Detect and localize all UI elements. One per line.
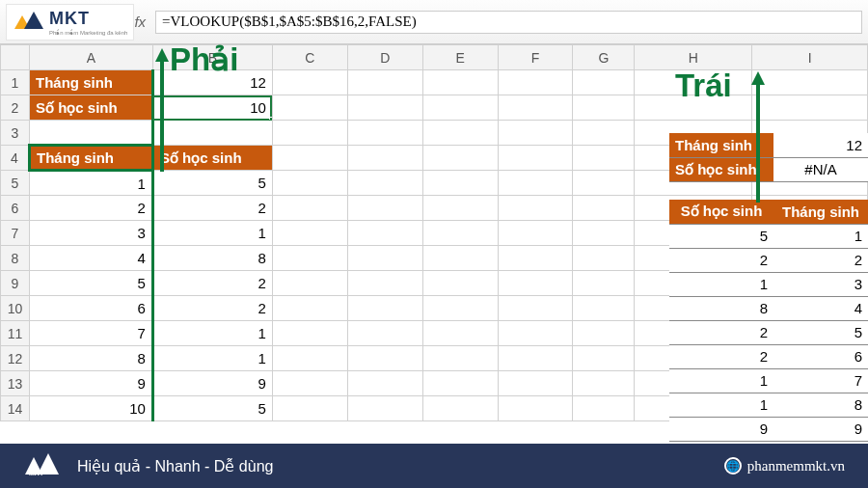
row-header[interactable]: 8 [1, 246, 30, 271]
cell[interactable] [573, 196, 635, 221]
cell[interactable] [573, 70, 635, 95]
cell[interactable] [422, 146, 498, 171]
cell[interactable] [498, 246, 573, 271]
cell[interactable]: 2 [669, 248, 773, 272]
cell[interactable]: 9 [669, 417, 773, 441]
cell[interactable]: 6 [773, 344, 868, 368]
cell[interactable]: 9 [152, 371, 272, 396]
col-header[interactable]: B [152, 45, 272, 70]
row-header[interactable]: 4 [1, 146, 30, 171]
cell[interactable] [422, 321, 498, 346]
cell[interactable]: 8 [773, 393, 868, 417]
cell[interactable] [347, 95, 422, 121]
cell[interactable]: 1 [152, 321, 272, 346]
cell[interactable] [498, 196, 573, 221]
cell[interactable] [498, 271, 573, 296]
row-header[interactable]: 14 [1, 396, 30, 421]
cell[interactable] [422, 121, 498, 146]
cell[interactable]: 8 [29, 346, 152, 371]
cell[interactable] [347, 221, 422, 246]
cell[interactable] [422, 221, 498, 246]
formula-input[interactable] [155, 11, 862, 34]
row-header[interactable]: 11 [1, 321, 30, 346]
cell[interactable] [573, 346, 635, 371]
fill-handle[interactable] [269, 117, 273, 121]
cell[interactable] [272, 121, 347, 146]
cell[interactable] [498, 396, 573, 421]
cell[interactable] [347, 196, 422, 221]
cell[interactable] [347, 346, 422, 371]
cell[interactable] [272, 95, 347, 121]
cell[interactable]: 2 [152, 296, 272, 321]
cell[interactable] [347, 371, 422, 396]
cell[interactable] [347, 146, 422, 171]
cell[interactable] [573, 95, 635, 121]
cell[interactable] [422, 70, 498, 95]
cell[interactable]: 1 [773, 224, 868, 248]
cell[interactable] [422, 246, 498, 271]
cell[interactable] [573, 296, 635, 321]
cell[interactable]: 9 [29, 371, 152, 396]
cell[interactable] [635, 70, 752, 95]
cell[interactable] [573, 271, 635, 296]
cell[interactable]: 7 [29, 321, 152, 346]
cell[interactable]: 4 [29, 246, 152, 271]
cell[interactable] [573, 221, 635, 246]
cell[interactable] [635, 95, 752, 121]
cell[interactable] [498, 346, 573, 371]
cell[interactable]: Số học sinh [152, 146, 272, 171]
cell[interactable] [498, 121, 573, 146]
col-header[interactable]: F [498, 45, 573, 70]
cell[interactable] [498, 95, 573, 121]
cell[interactable]: 2 [152, 271, 272, 296]
cell[interactable]: 12 [773, 133, 868, 157]
cell[interactable] [573, 321, 635, 346]
cell[interactable]: 2 [669, 320, 773, 344]
row-header[interactable]: 5 [1, 171, 30, 196]
cell[interactable] [498, 371, 573, 396]
active-cell[interactable]: 10 [152, 95, 272, 121]
row-header[interactable]: 6 [1, 196, 30, 221]
cell[interactable] [347, 321, 422, 346]
cell[interactable]: 9 [773, 417, 868, 441]
cell[interactable] [422, 196, 498, 221]
row-header[interactable]: 9 [1, 271, 30, 296]
cell[interactable] [573, 171, 635, 196]
cell[interactable] [422, 95, 498, 121]
cell[interactable] [347, 246, 422, 271]
cell[interactable] [752, 70, 868, 95]
cell[interactable] [498, 221, 573, 246]
col-header[interactable]: D [347, 45, 422, 70]
cell[interactable]: 6 [29, 296, 152, 321]
col-header[interactable]: G [573, 45, 635, 70]
row-header[interactable]: 12 [1, 346, 30, 371]
cell[interactable] [573, 396, 635, 421]
cell[interactable] [422, 346, 498, 371]
cell[interactable]: 1 [669, 393, 773, 417]
cell[interactable] [272, 221, 347, 246]
cell[interactable]: 1 [152, 346, 272, 371]
cell[interactable]: 2 [669, 344, 773, 368]
cell[interactable]: 5 [152, 171, 272, 196]
select-all-corner[interactable] [1, 45, 30, 70]
cell[interactable] [272, 296, 347, 321]
cell[interactable] [573, 371, 635, 396]
cell[interactable] [272, 321, 347, 346]
cell[interactable] [347, 296, 422, 321]
cell[interactable] [272, 196, 347, 221]
cell[interactable]: 1 [29, 171, 152, 196]
cell[interactable] [498, 296, 573, 321]
cell[interactable]: 5 [773, 320, 868, 344]
col-header[interactable]: E [422, 45, 498, 70]
cell[interactable]: 1 [669, 368, 773, 393]
cell[interactable] [573, 146, 635, 171]
cell[interactable]: 3 [29, 221, 152, 246]
cell[interactable]: 5 [669, 224, 773, 248]
row-header[interactable]: 1 [1, 70, 30, 95]
cell[interactable]: 1 [669, 272, 773, 296]
cell[interactable]: 5 [29, 271, 152, 296]
col-header[interactable]: I [752, 45, 868, 70]
cell[interactable] [347, 271, 422, 296]
row-header[interactable]: 3 [1, 121, 30, 146]
cell[interactable]: 8 [669, 296, 773, 320]
